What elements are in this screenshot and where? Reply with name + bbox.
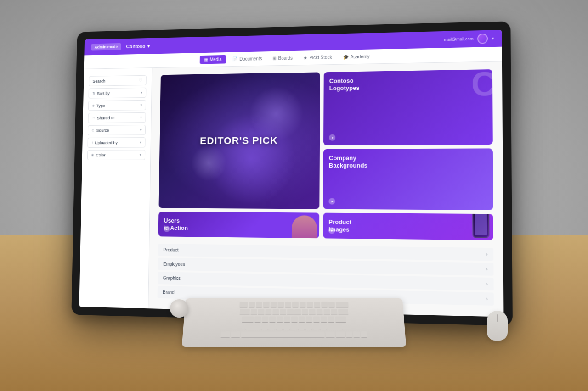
key bbox=[283, 324, 290, 330]
tab-documents[interactable]: 📄 Documents bbox=[228, 54, 266, 63]
key bbox=[262, 316, 268, 322]
logotypes-play-btn[interactable] bbox=[329, 134, 335, 141]
key bbox=[346, 331, 353, 338]
key bbox=[325, 331, 335, 338]
shared-icon: ↔ bbox=[92, 116, 96, 120]
tab-pickt-stock[interactable]: ★ Pickt Stock bbox=[299, 53, 337, 62]
key bbox=[314, 302, 320, 307]
key bbox=[291, 316, 298, 322]
backgrounds-card[interactable]: Company Backgrounds bbox=[323, 148, 493, 210]
media-icon: ▦ bbox=[204, 57, 208, 62]
key bbox=[306, 316, 312, 322]
key bbox=[328, 302, 335, 307]
key bbox=[220, 331, 230, 338]
sort-chevron: ▾ bbox=[141, 91, 142, 95]
header-right: mail@mail.com ▾ bbox=[444, 34, 494, 45]
key bbox=[328, 316, 334, 322]
key bbox=[269, 316, 276, 322]
editors-pick-label: EDITOR'S PICK bbox=[200, 134, 278, 147]
key bbox=[272, 309, 279, 315]
tab-media[interactable]: ▦ Media bbox=[199, 55, 226, 64]
logotypes-card[interactable]: Contoso Logotypes bbox=[323, 69, 493, 145]
key bbox=[263, 302, 270, 307]
key bbox=[250, 309, 257, 315]
filter-shared-to[interactable]: ↔ Shared to ▾ bbox=[88, 112, 146, 123]
filter-uploaded-by[interactable]: ↑ Uploaded by ▾ bbox=[87, 137, 145, 148]
filter-search[interactable]: Search ♡ bbox=[89, 75, 147, 86]
key bbox=[269, 324, 275, 330]
color-chevron: ▾ bbox=[140, 153, 141, 157]
key bbox=[336, 302, 349, 307]
key-row-1 bbox=[188, 302, 399, 307]
key bbox=[321, 302, 328, 307]
key-row-5 bbox=[186, 331, 401, 338]
user-email: mail@mail.com bbox=[444, 37, 473, 42]
tab-academy[interactable]: 🎓 Academy bbox=[339, 52, 374, 61]
filter-sort-by[interactable]: ⇅ Sort by ▾ bbox=[89, 88, 147, 99]
type-icon: ◈ bbox=[92, 104, 95, 108]
key bbox=[305, 324, 312, 330]
backgrounds-play-btn[interactable] bbox=[328, 198, 335, 204]
key bbox=[284, 316, 290, 322]
puck-device bbox=[170, 299, 188, 318]
key bbox=[231, 331, 240, 338]
key bbox=[277, 302, 284, 307]
editors-pick-card[interactable]: EDITOR'S PICK bbox=[159, 72, 320, 209]
key bbox=[285, 302, 291, 307]
key bbox=[323, 309, 330, 315]
key bbox=[320, 324, 327, 330]
sidebar: Search ♡ ⇅ Sort by ▾ ◈ Type ▾ ↔ bbox=[79, 68, 152, 308]
key-row-2 bbox=[188, 309, 400, 315]
folder-list: Product › Employees › Graphics › Brand bbox=[158, 244, 494, 306]
key-row-4 bbox=[187, 324, 401, 330]
upload-icon: ↑ bbox=[91, 141, 93, 145]
product-images-card[interactable]: Product Images bbox=[323, 213, 493, 240]
key-row-3 bbox=[187, 316, 401, 322]
header-left: Admin mode Contoso ▾ bbox=[91, 42, 150, 50]
key bbox=[307, 302, 313, 307]
key bbox=[256, 302, 262, 307]
sort-icon: ⇅ bbox=[92, 91, 96, 95]
key bbox=[317, 309, 323, 315]
brand-name: Contoso ▾ bbox=[126, 43, 150, 50]
documents-icon: 📄 bbox=[232, 56, 238, 61]
key bbox=[277, 316, 283, 322]
key bbox=[299, 316, 305, 322]
key bbox=[313, 324, 319, 330]
key bbox=[254, 316, 261, 322]
key bbox=[239, 302, 248, 307]
users-card[interactable]: Users in Action bbox=[158, 212, 320, 238]
person-silhouette bbox=[292, 215, 317, 239]
phone-mockup bbox=[472, 213, 489, 238]
logotypes-title: Contoso Logotypes bbox=[329, 77, 360, 92]
search-label: Search bbox=[92, 78, 105, 84]
key bbox=[240, 309, 250, 315]
filter-type[interactable]: ◈ Type ▾ bbox=[88, 100, 146, 111]
main-content: Search ♡ ⇅ Sort by ▾ ◈ Type ▾ ↔ bbox=[79, 61, 503, 317]
key bbox=[298, 324, 305, 330]
filter-source[interactable]: ⊙ Source ▾ bbox=[88, 125, 146, 135]
filter-color[interactable]: ◉ Color ▾ bbox=[87, 150, 145, 160]
mouse bbox=[487, 311, 508, 341]
tab-boards[interactable]: ⊞ Boards bbox=[268, 54, 297, 63]
key bbox=[336, 331, 345, 338]
keyboard-rows bbox=[182, 298, 406, 341]
heart-icon: ♡ bbox=[139, 78, 143, 83]
header-chevron[interactable]: ▾ bbox=[492, 36, 494, 41]
gallery-grid: EDITOR'S PICK Contoso Logotypes bbox=[158, 69, 493, 240]
key bbox=[245, 324, 260, 330]
key bbox=[276, 324, 283, 330]
key bbox=[258, 309, 264, 315]
key bbox=[335, 316, 346, 322]
key bbox=[242, 316, 254, 322]
academy-icon: 🎓 bbox=[343, 55, 349, 60]
source-chevron: ▾ bbox=[140, 128, 142, 132]
content-area: EDITOR'S PICK Contoso Logotypes bbox=[148, 61, 503, 317]
key bbox=[321, 316, 327, 322]
key bbox=[353, 331, 360, 338]
key bbox=[292, 302, 299, 307]
key bbox=[300, 302, 306, 307]
upload-chevron: ▾ bbox=[140, 140, 141, 145]
admin-badge[interactable]: Admin mode bbox=[91, 43, 121, 51]
key bbox=[313, 316, 320, 322]
